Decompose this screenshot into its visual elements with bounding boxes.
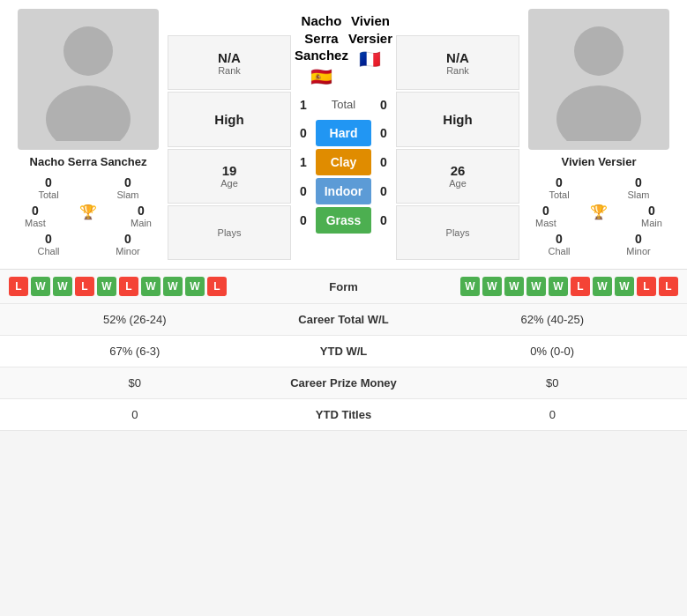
titles-row: 0 YTD Titles 0 [0,399,687,431]
right-minor-stat: 0 Minor [616,232,661,256]
hard-surface-btn[interactable]: Hard [316,120,371,146]
form-badge-l: L [637,277,656,296]
form-badge-l: L [571,277,590,296]
form-badge-w: W [504,277,524,296]
ytd-wl-row: 67% (6-3) YTD W/L 0% (0-0) [0,336,687,367]
right-plays-box: Plays [396,205,519,260]
center-section: Nacho SerraSanchez 🇪🇸 VivienVersier 🇫🇷 1… [291,9,396,260]
left-form-badges: LWWLWLWWWL [9,277,300,296]
form-badge-l: L [9,277,28,296]
form-badge-w: W [163,277,183,296]
right-chall-stat: 0 Chall [537,232,581,256]
left-trophy-icon: 🏆 [79,204,97,220]
form-badge-w: W [549,277,568,296]
total-score-row: 1 Total 0 [295,98,392,112]
left-name-header: Nacho SerraSanchez 🇪🇸 [295,12,348,87]
svg-point-1 [46,85,131,141]
indoor-surface-btn[interactable]: Indoor [316,178,371,204]
clay-surface-row: 1 Clay 0 [295,149,392,175]
right-player-stats: 0 Total 0 Slam 0 Mast 🏆 [519,175,678,260]
left-rank-box: N/A Rank [168,35,291,90]
career-label: Career Total W/L [256,313,432,326]
career-left-val: 52% (26-24) [14,313,256,326]
titles-label: YTD Titles [256,408,432,421]
hard-surface-row: 0 Hard 0 [295,120,392,146]
left-mast-stat: 0 Mast [13,204,57,228]
prize-row: $0 Career Prize Money $0 [0,367,687,399]
form-badge-l: L [75,277,94,296]
right-rank-box: N/A Rank [396,35,519,90]
left-stat-row-2: 0 Mast 🏆 0 Main [9,204,168,228]
left-name-center: Nacho SerraSanchez [295,12,348,64]
left-age-box: 19 Age [168,149,291,204]
players-names-row: Nacho SerraSanchez 🇪🇸 VivienVersier 🇫🇷 [295,9,392,94]
left-minor-stat: 0 Minor [106,232,150,256]
form-badge-w: W [593,277,612,296]
right-middle-stats: N/A Rank High 26 Age Plays [396,35,519,260]
left-middle-stats: N/A Rank High 19 Age Plays [168,35,291,260]
form-badge-l: L [207,277,227,296]
titles-right-val: 0 [432,408,674,421]
titles-left-val: 0 [14,408,256,421]
right-player-avatar [528,9,669,150]
svg-point-0 [63,26,113,76]
career-right-val: 62% (40-25) [432,313,674,326]
left-high-box: High [168,92,291,146]
form-badge-l: L [119,277,138,296]
form-badge-w: W [31,277,50,296]
ytd-right-val: 0% (0-0) [432,345,674,358]
grass-surface-btn[interactable]: Grass [316,207,371,234]
right-flag: 🇫🇷 [359,48,381,70]
left-stat-row-3: 0 Chall 0 Minor [9,232,168,256]
left-slam-stat: 0 Slam [106,175,150,200]
form-label: Form [300,280,388,293]
form-badge-w: W [482,277,502,296]
right-name-header: VivienVersier 🇫🇷 [348,12,392,70]
prize-left-val: $0 [14,376,256,390]
right-stat-row-3: 0 Chall 0 Minor [519,232,678,256]
left-player-avatar [18,9,159,150]
bottom-section: LWWLWLWWWL Form WWWWWLWWLL 52% (26-24) C… [0,269,687,431]
career-total-row: 52% (26-24) Career Total W/L 62% (40-25) [0,304,687,336]
left-player-name: Nacho Serra Sanchez [30,155,147,168]
main-container: Nacho Serra Sanchez 0 Total 0 Slam 0 Ma [0,0,687,431]
form-badge-w: W [185,277,205,296]
form-badge-l: L [659,277,678,296]
grass-surface-row: 0 Grass 0 [295,207,392,234]
top-section: Nacho Serra Sanchez 0 Total 0 Slam 0 Ma [0,0,687,269]
form-badge-w: W [53,277,72,296]
form-badge-w: W [460,277,480,296]
right-main-stat: 0 Main [630,204,674,228]
right-name-center: VivienVersier [348,12,392,47]
left-main-stat: 0 Main [119,204,163,228]
form-badge-w: W [615,277,634,296]
left-flag: 🇪🇸 [310,66,332,87]
left-trophy-icon-container: 🏆 [66,204,110,228]
right-slam-stat: 0 Slam [616,175,661,200]
clay-surface-btn[interactable]: Clay [316,149,371,175]
form-badge-w: W [141,277,161,296]
right-stat-row-1: 0 Total 0 Slam [519,175,678,200]
indoor-surface-row: 0 Indoor 0 [295,178,392,204]
left-total-stat: 0 Total [26,175,71,200]
right-trophy-icon: 🏆 [590,204,608,220]
form-badge-w: W [97,277,116,296]
form-row: LWWLWLWWWL Form WWWWWLWWLL [0,270,687,304]
surface-rows: 1 Total 0 0 Hard 0 1 Clay 0 0 Indoor [295,98,392,234]
right-player-card: Vivien Versier 0 Total 0 Slam 0 Mast [519,9,678,260]
right-form-badges: WWWWWLWWLL [388,277,679,296]
right-trophy-icon-container: 🏆 [577,204,621,228]
right-stat-row-2: 0 Mast 🏆 0 Main [519,204,678,228]
ytd-left-val: 67% (6-3) [14,345,256,358]
right-high-box: High [396,92,519,146]
left-plays-box: Plays [168,205,291,260]
left-player-card: Nacho Serra Sanchez 0 Total 0 Slam 0 Ma [9,9,168,260]
form-badge-w: W [526,277,546,296]
right-mast-stat: 0 Mast [524,204,568,228]
right-age-box: 26 Age [396,149,519,204]
prize-label: Career Prize Money [256,376,432,390]
svg-point-3 [556,85,641,141]
left-stat-row-1: 0 Total 0 Slam [9,175,168,200]
ytd-wl-label: YTD W/L [256,345,432,358]
left-chall-stat: 0 Chall [26,232,71,256]
